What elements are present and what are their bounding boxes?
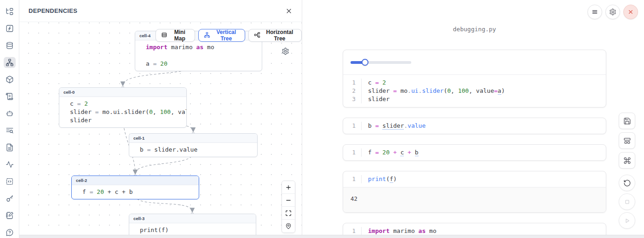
snippets-icon[interactable] bbox=[4, 176, 16, 187]
activity-icon[interactable] bbox=[4, 159, 16, 170]
notebook-action-rail bbox=[619, 113, 635, 231]
menu-icon[interactable] bbox=[587, 5, 602, 19]
mini-map-icon bbox=[161, 32, 167, 40]
horizontal-tree-icon bbox=[254, 32, 260, 40]
marimo-app: DEPENDENCIES bbox=[0, 0, 644, 238]
icon-rail bbox=[0, 0, 19, 238]
chat-icon[interactable] bbox=[4, 108, 16, 119]
cell-f: 1f = 20 + c + b bbox=[343, 144, 606, 161]
slider-widget bbox=[343, 50, 606, 74]
cell-output: 42 bbox=[343, 187, 606, 212]
graph-node-title: cell-0 bbox=[59, 88, 186, 97]
dependency-graph-canvas[interactable]: cell-4 import marimo as mo a = 20 cell-0… bbox=[19, 22, 302, 238]
scroll-icon[interactable] bbox=[4, 91, 16, 102]
zoom-out-button[interactable] bbox=[282, 194, 295, 207]
code-editor[interactable]: 1f = 20 + c + b bbox=[343, 145, 606, 160]
graph-node-cell-0[interactable]: cell-0 c = 2slider = mo.ui.slider(0, 100… bbox=[59, 87, 187, 128]
database-icon[interactable] bbox=[4, 40, 16, 51]
stop-icon[interactable] bbox=[619, 193, 635, 210]
code-editor[interactable]: 1print(f) bbox=[343, 171, 606, 187]
graph-node-title: cell-1 bbox=[129, 134, 257, 143]
undo-icon[interactable] bbox=[619, 175, 635, 191]
graph-node-cell-1[interactable]: cell-1 b = slider.value bbox=[129, 133, 258, 157]
cell-print: 1print(f) 42 bbox=[343, 171, 606, 213]
scratchpad-icon[interactable] bbox=[4, 210, 16, 221]
save-icon[interactable] bbox=[619, 113, 635, 129]
help-icon[interactable] bbox=[4, 227, 16, 238]
graph-node-cell-3[interactable]: cell-3 print(f) bbox=[129, 214, 256, 238]
horizontal-tree-button[interactable]: Horizontal Tree bbox=[248, 29, 302, 42]
notebook-area: debugging.py 1c = 22slider = mo.ui.slide… bbox=[302, 0, 644, 238]
vertical-tree-icon bbox=[204, 32, 210, 40]
key-icon[interactable] bbox=[4, 193, 16, 204]
pin-view-button[interactable] bbox=[282, 220, 295, 232]
close-panel-button[interactable] bbox=[284, 6, 293, 16]
fit-view-button[interactable] bbox=[282, 207, 295, 220]
code-editor[interactable]: 1b = slider.value bbox=[343, 118, 606, 134]
notebook-header-buttons bbox=[587, 5, 638, 19]
vertical-tree-button[interactable]: Vertical Tree bbox=[198, 29, 245, 42]
graph-node-code: c = 2slider = mo.ui.slider(0, 100, value… bbox=[59, 97, 186, 127]
bottom-scrollbar[interactable] bbox=[19, 235, 644, 238]
graph-node-cell-2[interactable]: cell-2 f = 20 + c + b bbox=[71, 176, 199, 199]
graph-node-code: f = 20 + c + b bbox=[72, 185, 199, 199]
graph-node-title: cell-3 bbox=[129, 214, 256, 223]
run-icon[interactable] bbox=[619, 212, 635, 229]
settings-gear-icon[interactable] bbox=[605, 5, 620, 19]
notebook-filename: debugging.py bbox=[343, 26, 606, 33]
graph-settings-gear-icon[interactable] bbox=[281, 46, 290, 56]
graph-view-toolbar: Mini Map Vertical Tree Horizontal Tree bbox=[155, 29, 302, 42]
dependencies-panel: DEPENDENCIES bbox=[19, 0, 302, 238]
zoom-in-button[interactable] bbox=[282, 181, 295, 194]
function-square-icon[interactable] bbox=[4, 23, 16, 34]
shutdown-icon[interactable] bbox=[623, 5, 638, 19]
text-search-icon[interactable] bbox=[4, 125, 16, 136]
graph-node-code: import marimo as mo a = 20 bbox=[135, 40, 262, 71]
document-icon[interactable] bbox=[4, 142, 16, 153]
slider-control[interactable] bbox=[351, 59, 411, 66]
package-icon[interactable] bbox=[4, 74, 16, 85]
graph-zoom-controls bbox=[282, 181, 295, 233]
keyboard-shortcuts-icon[interactable] bbox=[619, 152, 635, 169]
dependency-graph-icon[interactable] bbox=[4, 57, 16, 68]
code-editor[interactable]: 1c = 22slider = mo.ui.slider(0, 100, val… bbox=[343, 74, 606, 107]
graph-node-title: cell-2 bbox=[72, 176, 199, 185]
slider-thumb[interactable] bbox=[362, 59, 368, 66]
cells-column: 1c = 22slider = mo.ui.slider(0, 100, val… bbox=[343, 50, 606, 238]
cell-b: 1b = slider.value bbox=[343, 118, 606, 134]
layout-icon[interactable] bbox=[619, 132, 635, 149]
dependencies-title: DEPENDENCIES bbox=[29, 7, 77, 14]
graph-node-code: b = slider.value bbox=[129, 143, 257, 157]
mini-map-button[interactable]: Mini Map bbox=[155, 29, 195, 42]
file-tree-icon[interactable] bbox=[4, 6, 16, 17]
dependencies-header: DEPENDENCIES bbox=[19, 0, 302, 22]
cell-slider: 1c = 22slider = mo.ui.slider(0, 100, val… bbox=[343, 50, 606, 108]
